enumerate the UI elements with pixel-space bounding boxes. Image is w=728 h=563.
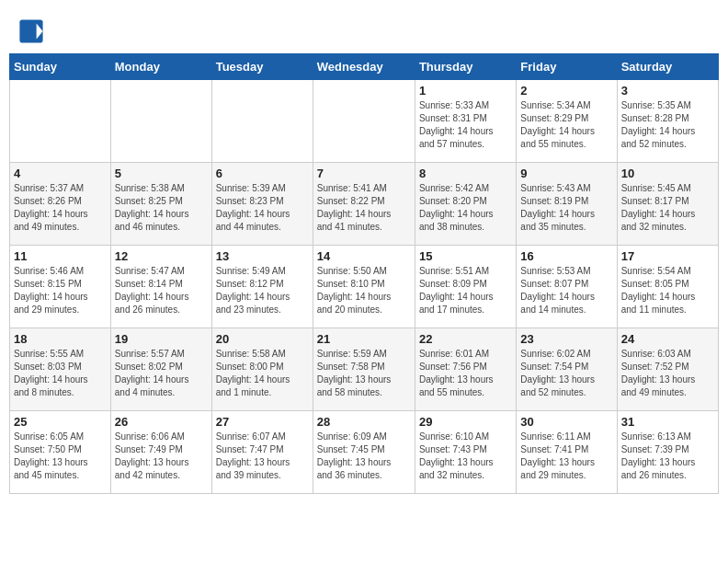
weekday-header: Monday bbox=[110, 54, 211, 80]
calendar-cell: 31Sunrise: 6:13 AM Sunset: 7:39 PM Dayli… bbox=[617, 411, 718, 494]
calendar-cell: 22Sunrise: 6:01 AM Sunset: 7:56 PM Dayli… bbox=[415, 328, 516, 411]
day-info: Sunrise: 5:59 AM Sunset: 7:58 PM Dayligh… bbox=[317, 348, 411, 399]
day-info: Sunrise: 5:51 AM Sunset: 8:09 PM Dayligh… bbox=[419, 265, 512, 316]
day-info: Sunrise: 5:54 AM Sunset: 8:05 PM Dayligh… bbox=[621, 265, 714, 316]
day-number: 8 bbox=[419, 167, 512, 180]
day-info: Sunrise: 5:58 AM Sunset: 8:00 PM Dayligh… bbox=[216, 348, 309, 399]
calendar-cell: 15Sunrise: 5:51 AM Sunset: 8:09 PM Dayli… bbox=[415, 246, 516, 328]
calendar-cell: 5Sunrise: 5:38 AM Sunset: 8:25 PM Daylig… bbox=[110, 163, 211, 246]
day-info: Sunrise: 5:42 AM Sunset: 8:20 PM Dayligh… bbox=[419, 182, 512, 234]
calendar-cell: 29Sunrise: 6:10 AM Sunset: 7:43 PM Dayli… bbox=[415, 411, 516, 494]
calendar-cell: 3Sunrise: 5:35 AM Sunset: 8:28 PM Daylig… bbox=[617, 80, 718, 163]
calendar-cell bbox=[110, 80, 211, 163]
day-info: Sunrise: 5:37 AM Sunset: 8:26 PM Dayligh… bbox=[14, 182, 107, 234]
day-info: Sunrise: 5:50 AM Sunset: 8:10 PM Dayligh… bbox=[317, 265, 411, 316]
day-number: 5 bbox=[115, 167, 208, 180]
day-number: 4 bbox=[14, 167, 107, 180]
weekday-header: Friday bbox=[517, 54, 617, 80]
calendar-cell: 9Sunrise: 5:43 AM Sunset: 8:19 PM Daylig… bbox=[517, 163, 617, 246]
day-info: Sunrise: 5:47 AM Sunset: 8:14 PM Dayligh… bbox=[115, 265, 208, 316]
calendar-cell bbox=[313, 80, 415, 163]
day-info: Sunrise: 6:05 AM Sunset: 7:50 PM Dayligh… bbox=[14, 431, 107, 482]
day-info: Sunrise: 5:57 AM Sunset: 8:02 PM Dayligh… bbox=[115, 348, 208, 399]
day-number: 20 bbox=[216, 332, 309, 346]
calendar-cell: 20Sunrise: 5:58 AM Sunset: 8:00 PM Dayli… bbox=[211, 328, 313, 411]
day-number: 13 bbox=[216, 249, 309, 263]
calendar-cell: 27Sunrise: 6:07 AM Sunset: 7:47 PM Dayli… bbox=[211, 411, 313, 494]
day-number: 6 bbox=[216, 167, 309, 180]
day-info: Sunrise: 6:02 AM Sunset: 7:54 PM Dayligh… bbox=[520, 348, 612, 399]
weekday-header: Sunday bbox=[10, 54, 111, 80]
calendar-cell: 4Sunrise: 5:37 AM Sunset: 8:26 PM Daylig… bbox=[10, 163, 111, 246]
day-number: 25 bbox=[14, 415, 107, 429]
calendar-cell: 14Sunrise: 5:50 AM Sunset: 8:10 PM Dayli… bbox=[313, 246, 415, 328]
day-number: 10 bbox=[621, 167, 714, 180]
day-number: 19 bbox=[115, 332, 208, 346]
calendar-cell: 1Sunrise: 5:33 AM Sunset: 8:31 PM Daylig… bbox=[415, 80, 516, 163]
logo-icon bbox=[18, 18, 44, 44]
calendar-week-row: 4Sunrise: 5:37 AM Sunset: 8:26 PM Daylig… bbox=[10, 163, 719, 246]
calendar-week-row: 18Sunrise: 5:55 AM Sunset: 8:03 PM Dayli… bbox=[10, 328, 719, 411]
day-info: Sunrise: 6:09 AM Sunset: 7:45 PM Dayligh… bbox=[317, 431, 411, 482]
day-info: Sunrise: 6:07 AM Sunset: 7:47 PM Dayligh… bbox=[216, 431, 309, 482]
calendar-cell: 16Sunrise: 5:53 AM Sunset: 8:07 PM Dayli… bbox=[517, 246, 617, 328]
day-number: 1 bbox=[419, 84, 512, 98]
calendar-cell: 2Sunrise: 5:34 AM Sunset: 8:29 PM Daylig… bbox=[517, 80, 617, 163]
calendar-week-row: 11Sunrise: 5:46 AM Sunset: 8:15 PM Dayli… bbox=[10, 246, 719, 328]
weekday-header: Saturday bbox=[617, 54, 718, 80]
calendar-cell: 19Sunrise: 5:57 AM Sunset: 8:02 PM Dayli… bbox=[110, 328, 211, 411]
calendar-cell: 26Sunrise: 6:06 AM Sunset: 7:49 PM Dayli… bbox=[110, 411, 211, 494]
day-number: 21 bbox=[317, 332, 411, 346]
day-number: 22 bbox=[419, 332, 512, 346]
day-number: 28 bbox=[317, 415, 411, 429]
day-number: 9 bbox=[520, 167, 612, 180]
day-info: Sunrise: 6:13 AM Sunset: 7:39 PM Dayligh… bbox=[621, 431, 714, 482]
calendar-cell: 11Sunrise: 5:46 AM Sunset: 8:15 PM Dayli… bbox=[10, 246, 111, 328]
day-number: 11 bbox=[14, 249, 107, 263]
day-number: 3 bbox=[621, 84, 714, 98]
day-info: Sunrise: 6:11 AM Sunset: 7:41 PM Dayligh… bbox=[520, 431, 612, 482]
weekday-header: Tuesday bbox=[211, 54, 313, 80]
calendar-cell: 12Sunrise: 5:47 AM Sunset: 8:14 PM Dayli… bbox=[110, 246, 211, 328]
calendar-cell: 18Sunrise: 5:55 AM Sunset: 8:03 PM Dayli… bbox=[10, 328, 111, 411]
calendar-cell: 17Sunrise: 5:54 AM Sunset: 8:05 PM Dayli… bbox=[617, 246, 718, 328]
day-number: 24 bbox=[621, 332, 714, 346]
day-info: Sunrise: 5:45 AM Sunset: 8:17 PM Dayligh… bbox=[621, 182, 714, 234]
calendar-cell: 6Sunrise: 5:39 AM Sunset: 8:23 PM Daylig… bbox=[211, 163, 313, 246]
logo bbox=[18, 18, 46, 44]
weekday-header: Thursday bbox=[415, 54, 516, 80]
calendar-cell bbox=[211, 80, 313, 163]
day-info: Sunrise: 5:38 AM Sunset: 8:25 PM Dayligh… bbox=[115, 182, 208, 234]
day-number: 31 bbox=[621, 415, 714, 429]
day-info: Sunrise: 5:55 AM Sunset: 8:03 PM Dayligh… bbox=[14, 348, 107, 399]
calendar-cell: 23Sunrise: 6:02 AM Sunset: 7:54 PM Dayli… bbox=[517, 328, 617, 411]
day-info: Sunrise: 5:33 AM Sunset: 8:31 PM Dayligh… bbox=[419, 99, 512, 151]
day-number: 12 bbox=[115, 249, 208, 263]
day-number: 17 bbox=[621, 249, 714, 263]
day-number: 14 bbox=[317, 249, 411, 263]
day-info: Sunrise: 5:35 AM Sunset: 8:28 PM Dayligh… bbox=[621, 99, 714, 151]
day-info: Sunrise: 5:53 AM Sunset: 8:07 PM Dayligh… bbox=[520, 265, 612, 316]
day-info: Sunrise: 6:06 AM Sunset: 7:49 PM Dayligh… bbox=[115, 431, 208, 482]
day-number: 26 bbox=[115, 415, 208, 429]
calendar-header-row: SundayMondayTuesdayWednesdayThursdayFrid… bbox=[10, 54, 719, 80]
day-number: 16 bbox=[520, 249, 612, 263]
calendar-cell: 10Sunrise: 5:45 AM Sunset: 8:17 PM Dayli… bbox=[617, 163, 718, 246]
calendar-cell: 28Sunrise: 6:09 AM Sunset: 7:45 PM Dayli… bbox=[313, 411, 415, 494]
calendar-cell: 25Sunrise: 6:05 AM Sunset: 7:50 PM Dayli… bbox=[10, 411, 111, 494]
day-info: Sunrise: 5:34 AM Sunset: 8:29 PM Dayligh… bbox=[520, 99, 612, 151]
calendar-week-row: 25Sunrise: 6:05 AM Sunset: 7:50 PM Dayli… bbox=[10, 411, 719, 494]
calendar-cell: 30Sunrise: 6:11 AM Sunset: 7:41 PM Dayli… bbox=[517, 411, 617, 494]
day-info: Sunrise: 6:10 AM Sunset: 7:43 PM Dayligh… bbox=[419, 431, 512, 482]
calendar-cell: 21Sunrise: 5:59 AM Sunset: 7:58 PM Dayli… bbox=[313, 328, 415, 411]
calendar-cell: 24Sunrise: 6:03 AM Sunset: 7:52 PM Dayli… bbox=[617, 328, 718, 411]
calendar-cell bbox=[10, 80, 111, 163]
calendar-table: SundayMondayTuesdayWednesdayThursdayFrid… bbox=[9, 53, 719, 494]
day-number: 7 bbox=[317, 167, 411, 180]
day-info: Sunrise: 5:41 AM Sunset: 8:22 PM Dayligh… bbox=[317, 182, 411, 234]
day-number: 23 bbox=[520, 332, 612, 346]
page-header bbox=[9, 9, 719, 49]
day-number: 18 bbox=[14, 332, 107, 346]
day-info: Sunrise: 5:43 AM Sunset: 8:19 PM Dayligh… bbox=[520, 182, 612, 234]
day-number: 27 bbox=[216, 415, 309, 429]
